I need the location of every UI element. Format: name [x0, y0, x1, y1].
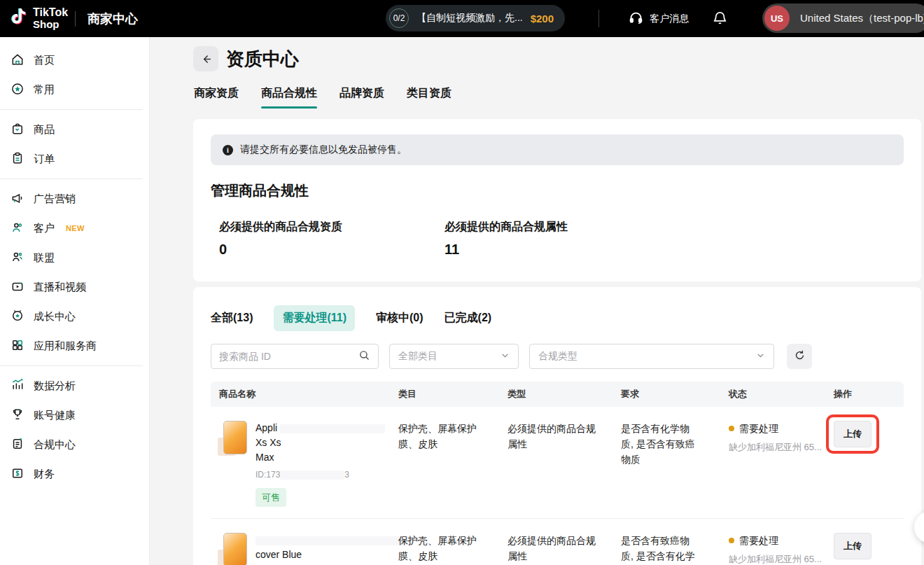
sidebar-item-home[interactable]: 首页	[0, 46, 149, 75]
status-detail: 缺少加利福尼亚州 65...	[729, 440, 834, 455]
sidebar-item-label: 首页	[34, 54, 55, 67]
stat-value: 0	[219, 242, 444, 258]
col-category: 类目	[398, 388, 507, 400]
category-filter-dropdown[interactable]: 全部类目	[389, 344, 519, 369]
sidebar-item-label: 财务	[34, 468, 55, 481]
sidebar-item-live-video[interactable]: 直播和视频	[0, 272, 149, 302]
search-input[interactable]	[219, 351, 353, 362]
sidebar-item-compliance-center[interactable]: 合规中心	[0, 430, 149, 459]
status-detail: 缺少加利福尼亚州 65...	[729, 552, 834, 565]
type-cell: 必须提供的商品合规属性	[507, 533, 621, 565]
header-divider	[75, 11, 76, 27]
sidebar-item-analytics[interactable]: 数据分析	[0, 371, 149, 400]
category-cell: 保护壳、屏幕保护膜、皮肤	[398, 533, 507, 565]
product-id-search[interactable]	[211, 344, 379, 369]
bag-icon	[10, 122, 24, 138]
table-header: 商品名称 类目 类型 要求 状态 操作	[211, 382, 904, 407]
table-row: Appli Xs Xs Max ID:1733 可售 保护壳、屏幕保护膜、皮肤 …	[211, 407, 904, 519]
table-row: cover Blue ID:171706 可售 保护壳、屏幕保护膜、皮肤 必须提…	[211, 519, 904, 565]
redacted-text	[255, 536, 413, 545]
col-action: 操作	[834, 388, 904, 400]
sidebar-item-frequently-used[interactable]: 常用	[0, 75, 149, 104]
refresh-button[interactable]	[787, 344, 812, 369]
sidebar-item-label: 账号健康	[34, 409, 76, 422]
status-cell: 需要处理 缺少加利福尼亚州 65...	[729, 533, 834, 565]
sidebar-item-affiliate[interactable]: 联盟	[0, 243, 149, 272]
sidebar-item-label: 数据分析	[34, 379, 76, 393]
tab-in-review[interactable]: 审核中(0)	[376, 311, 424, 326]
product-title	[255, 533, 413, 547]
sidebar-item-label: 商品	[34, 123, 55, 137]
megaphone-icon	[10, 191, 24, 207]
home-icon	[10, 53, 24, 69]
stat-label: 必须提供的商品合规属性	[444, 220, 670, 235]
promo-banner[interactable]: 0/2 【自制短视频激励，先... $200	[386, 5, 565, 32]
sidebar-item-apps-services[interactable]: 应用和服务商	[0, 331, 149, 361]
promo-amount: $200	[531, 13, 554, 25]
sidebar-item-orders[interactable]: 订单	[0, 144, 149, 174]
sidebar-item-growth-center[interactable]: 成长中心	[0, 302, 149, 331]
stat-required-attributes: 必须提供的商品合规属性 11	[444, 220, 670, 258]
tab-brand-qualifications[interactable]: 品牌资质	[340, 86, 384, 109]
tab-completed[interactable]: 已完成(2)	[444, 311, 492, 326]
sidebar-item-label: 订单	[34, 153, 55, 166]
tab-all[interactable]: 全部(13)	[211, 311, 253, 326]
status-dot	[729, 538, 734, 543]
product-title: Appli Xs Xs	[255, 421, 398, 450]
action-cell: 上传	[834, 533, 904, 565]
sidebar-divider	[0, 179, 143, 179]
analytics-icon	[10, 378, 24, 394]
compliance-type-dropdown[interactable]: 合规类型	[529, 344, 774, 369]
back-button[interactable]	[193, 46, 218, 71]
sidebar-item-ads-marketing[interactable]: 广告营销	[0, 184, 149, 214]
notice-text: 请提交所有必要信息以免发品被停售。	[240, 144, 407, 156]
app-title: 商家中心	[88, 11, 138, 27]
sidebar-item-label: 联盟	[34, 251, 55, 265]
customer-messages-button[interactable]: 客户消息	[629, 0, 689, 37]
col-requirement: 要求	[621, 388, 729, 400]
customer-messages-label: 客户消息	[650, 13, 689, 25]
notifications-bell-button[interactable]	[712, 10, 728, 29]
status-cell: 需要处理 缺少加利福尼亚州 65...	[729, 421, 834, 507]
info-icon: i	[223, 145, 233, 155]
redacted-text	[280, 424, 385, 433]
top-header: TikTok Shop 商家中心 0/2 【自制短视频激励，先... $200 …	[0, 0, 924, 37]
upload-button[interactable]: 上传	[834, 421, 872, 447]
col-status: 状态	[729, 388, 834, 400]
clipboard-icon	[10, 151, 24, 167]
sidebar-item-finance[interactable]: 财务	[0, 459, 149, 489]
tab-needs-action[interactable]: 需要处理(11)	[274, 305, 355, 331]
sidebar-item-label: 广告营销	[34, 193, 76, 206]
tab-category-qualifications[interactable]: 类目资质	[407, 86, 451, 109]
region-selector[interactable]: US United States（test-pop-lb)	[762, 4, 924, 33]
sidebar-item-products[interactable]: 商品	[0, 115, 149, 144]
category-cell: 保护壳、屏幕保护膜、皮肤	[398, 421, 507, 507]
sidebar-item-account-health[interactable]: 账号健康	[0, 400, 149, 430]
requirement-cell: 是否含有致癌物质, 是否含有化学物质	[621, 533, 729, 565]
sellable-badge: 可售	[255, 488, 286, 507]
customers-icon	[10, 221, 24, 237]
sidebar-item-label: 客户	[34, 222, 55, 235]
affiliate-icon	[10, 250, 24, 266]
tiktok-shop-logo[interactable]: TikTok Shop	[9, 6, 68, 31]
product-title-line2: Max	[255, 450, 398, 465]
tab-merchant-qualifications[interactable]: 商家资质	[194, 86, 239, 109]
sidebar-nav: 首页 常用 商品 订单 广告营销 客户 NEW 联盟 直播和视频 成长中心 应用…	[0, 37, 150, 565]
chevron-down-icon	[500, 351, 510, 362]
star-circle-icon	[10, 82, 24, 98]
sidebar-divider	[0, 109, 143, 110]
notice-banner: i 请提交所有必要信息以免发品被停售。	[211, 134, 904, 165]
promo-text: 【自制短视频激励，先...	[416, 12, 523, 25]
stat-value: 11	[444, 242, 670, 258]
sidebar-item-customers[interactable]: 客户 NEW	[0, 214, 149, 243]
qualification-tabs: 商家资质 商品合规性 品牌资质 类目资质	[194, 86, 451, 109]
product-id: ID:1733	[255, 468, 398, 482]
status-text: 需要处理	[739, 533, 778, 548]
upload-button[interactable]: 上传	[834, 533, 872, 559]
compliance-table: 商品名称 类目 类型 要求 状态 操作 Appli Xs Xs Max ID:1…	[211, 382, 904, 565]
product-thumbnail	[219, 421, 247, 456]
tab-product-compliance[interactable]: 商品合规性	[261, 86, 317, 109]
compliance-overview-card: i 请提交所有必要信息以免发品被停售。 管理商品合规性 必须提供的商品合规资质 …	[193, 119, 921, 281]
product-title-line2: cover Blue	[255, 547, 413, 562]
search-icon	[358, 349, 370, 364]
